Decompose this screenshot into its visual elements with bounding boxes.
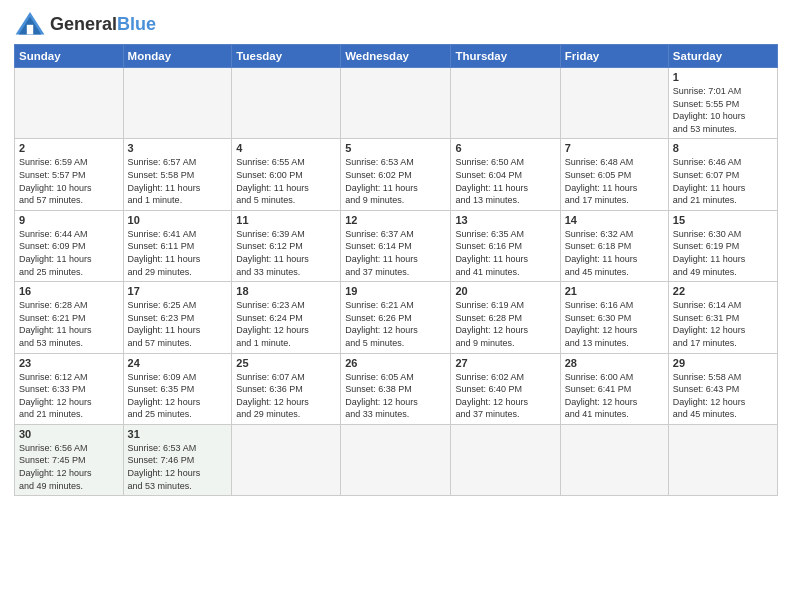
header: GeneralBlue [14, 10, 778, 38]
day-number: 2 [19, 142, 119, 154]
calendar-week-1: 1Sunrise: 7:01 AM Sunset: 5:55 PM Daylig… [15, 68, 778, 139]
day-info: Sunrise: 6:46 AM Sunset: 6:07 PM Dayligh… [673, 156, 773, 206]
day-info: Sunrise: 6:53 AM Sunset: 7:46 PM Dayligh… [128, 442, 228, 492]
calendar-cell: 3Sunrise: 6:57 AM Sunset: 5:58 PM Daylig… [123, 139, 232, 210]
calendar-cell: 28Sunrise: 6:00 AM Sunset: 6:41 PM Dayli… [560, 353, 668, 424]
calendar-cell: 19Sunrise: 6:21 AM Sunset: 6:26 PM Dayli… [341, 282, 451, 353]
day-number: 18 [236, 285, 336, 297]
logo-icon [14, 10, 46, 38]
day-number: 17 [128, 285, 228, 297]
calendar-cell: 1Sunrise: 7:01 AM Sunset: 5:55 PM Daylig… [668, 68, 777, 139]
day-info: Sunrise: 6:05 AM Sunset: 6:38 PM Dayligh… [345, 371, 446, 421]
day-info: Sunrise: 6:48 AM Sunset: 6:05 PM Dayligh… [565, 156, 664, 206]
calendar-header-wednesday: Wednesday [341, 45, 451, 68]
calendar-cell: 17Sunrise: 6:25 AM Sunset: 6:23 PM Dayli… [123, 282, 232, 353]
calendar: SundayMondayTuesdayWednesdayThursdayFrid… [14, 44, 778, 496]
logo-blue: Blue [117, 14, 156, 34]
calendar-cell: 26Sunrise: 6:05 AM Sunset: 6:38 PM Dayli… [341, 353, 451, 424]
calendar-cell: 29Sunrise: 5:58 AM Sunset: 6:43 PM Dayli… [668, 353, 777, 424]
day-info: Sunrise: 6:14 AM Sunset: 6:31 PM Dayligh… [673, 299, 773, 349]
calendar-header-row: SundayMondayTuesdayWednesdayThursdayFrid… [15, 45, 778, 68]
day-number: 11 [236, 214, 336, 226]
calendar-cell: 5Sunrise: 6:53 AM Sunset: 6:02 PM Daylig… [341, 139, 451, 210]
calendar-header-monday: Monday [123, 45, 232, 68]
day-number: 4 [236, 142, 336, 154]
calendar-cell: 20Sunrise: 6:19 AM Sunset: 6:28 PM Dayli… [451, 282, 560, 353]
calendar-week-4: 16Sunrise: 6:28 AM Sunset: 6:21 PM Dayli… [15, 282, 778, 353]
day-number: 9 [19, 214, 119, 226]
calendar-cell: 2Sunrise: 6:59 AM Sunset: 5:57 PM Daylig… [15, 139, 124, 210]
calendar-header-friday: Friday [560, 45, 668, 68]
day-info: Sunrise: 7:01 AM Sunset: 5:55 PM Dayligh… [673, 85, 773, 135]
calendar-cell: 15Sunrise: 6:30 AM Sunset: 6:19 PM Dayli… [668, 210, 777, 281]
calendar-header-saturday: Saturday [668, 45, 777, 68]
calendar-header-sunday: Sunday [15, 45, 124, 68]
calendar-cell: 8Sunrise: 6:46 AM Sunset: 6:07 PM Daylig… [668, 139, 777, 210]
calendar-week-5: 23Sunrise: 6:12 AM Sunset: 6:33 PM Dayli… [15, 353, 778, 424]
calendar-cell: 24Sunrise: 6:09 AM Sunset: 6:35 PM Dayli… [123, 353, 232, 424]
calendar-week-2: 2Sunrise: 6:59 AM Sunset: 5:57 PM Daylig… [15, 139, 778, 210]
day-info: Sunrise: 6:00 AM Sunset: 6:41 PM Dayligh… [565, 371, 664, 421]
calendar-cell: 31Sunrise: 6:53 AM Sunset: 7:46 PM Dayli… [123, 424, 232, 495]
calendar-week-3: 9Sunrise: 6:44 AM Sunset: 6:09 PM Daylig… [15, 210, 778, 281]
day-number: 27 [455, 357, 555, 369]
calendar-cell: 7Sunrise: 6:48 AM Sunset: 6:05 PM Daylig… [560, 139, 668, 210]
day-info: Sunrise: 6:59 AM Sunset: 5:57 PM Dayligh… [19, 156, 119, 206]
day-info: Sunrise: 6:09 AM Sunset: 6:35 PM Dayligh… [128, 371, 228, 421]
day-number: 6 [455, 142, 555, 154]
calendar-cell [668, 424, 777, 495]
calendar-cell: 12Sunrise: 6:37 AM Sunset: 6:14 PM Dayli… [341, 210, 451, 281]
calendar-cell [232, 424, 341, 495]
day-info: Sunrise: 6:25 AM Sunset: 6:23 PM Dayligh… [128, 299, 228, 349]
calendar-cell: 25Sunrise: 6:07 AM Sunset: 6:36 PM Dayli… [232, 353, 341, 424]
calendar-cell: 14Sunrise: 6:32 AM Sunset: 6:18 PM Dayli… [560, 210, 668, 281]
calendar-header-tuesday: Tuesday [232, 45, 341, 68]
calendar-cell: 18Sunrise: 6:23 AM Sunset: 6:24 PM Dayli… [232, 282, 341, 353]
day-info: Sunrise: 5:58 AM Sunset: 6:43 PM Dayligh… [673, 371, 773, 421]
day-info: Sunrise: 6:35 AM Sunset: 6:16 PM Dayligh… [455, 228, 555, 278]
day-info: Sunrise: 6:53 AM Sunset: 6:02 PM Dayligh… [345, 156, 446, 206]
day-number: 7 [565, 142, 664, 154]
day-number: 3 [128, 142, 228, 154]
day-number: 22 [673, 285, 773, 297]
calendar-cell: 10Sunrise: 6:41 AM Sunset: 6:11 PM Dayli… [123, 210, 232, 281]
day-number: 5 [345, 142, 446, 154]
calendar-cell: 23Sunrise: 6:12 AM Sunset: 6:33 PM Dayli… [15, 353, 124, 424]
day-info: Sunrise: 6:50 AM Sunset: 6:04 PM Dayligh… [455, 156, 555, 206]
day-info: Sunrise: 6:30 AM Sunset: 6:19 PM Dayligh… [673, 228, 773, 278]
calendar-cell: 22Sunrise: 6:14 AM Sunset: 6:31 PM Dayli… [668, 282, 777, 353]
day-info: Sunrise: 6:12 AM Sunset: 6:33 PM Dayligh… [19, 371, 119, 421]
day-number: 10 [128, 214, 228, 226]
calendar-cell [560, 68, 668, 139]
day-number: 29 [673, 357, 773, 369]
calendar-cell [341, 68, 451, 139]
day-number: 8 [673, 142, 773, 154]
day-number: 24 [128, 357, 228, 369]
day-number: 13 [455, 214, 555, 226]
day-info: Sunrise: 6:07 AM Sunset: 6:36 PM Dayligh… [236, 371, 336, 421]
day-number: 23 [19, 357, 119, 369]
calendar-cell: 16Sunrise: 6:28 AM Sunset: 6:21 PM Dayli… [15, 282, 124, 353]
day-number: 1 [673, 71, 773, 83]
day-info: Sunrise: 6:02 AM Sunset: 6:40 PM Dayligh… [455, 371, 555, 421]
day-info: Sunrise: 6:44 AM Sunset: 6:09 PM Dayligh… [19, 228, 119, 278]
day-info: Sunrise: 6:28 AM Sunset: 6:21 PM Dayligh… [19, 299, 119, 349]
day-number: 20 [455, 285, 555, 297]
logo: GeneralBlue [14, 10, 156, 38]
day-info: Sunrise: 6:19 AM Sunset: 6:28 PM Dayligh… [455, 299, 555, 349]
calendar-cell [341, 424, 451, 495]
calendar-cell: 13Sunrise: 6:35 AM Sunset: 6:16 PM Dayli… [451, 210, 560, 281]
day-number: 14 [565, 214, 664, 226]
day-number: 16 [19, 285, 119, 297]
svg-rect-2 [27, 25, 33, 35]
day-info: Sunrise: 6:37 AM Sunset: 6:14 PM Dayligh… [345, 228, 446, 278]
calendar-cell [451, 68, 560, 139]
calendar-cell: 4Sunrise: 6:55 AM Sunset: 6:00 PM Daylig… [232, 139, 341, 210]
calendar-cell [232, 68, 341, 139]
day-number: 19 [345, 285, 446, 297]
day-number: 25 [236, 357, 336, 369]
day-number: 30 [19, 428, 119, 440]
calendar-cell [560, 424, 668, 495]
day-info: Sunrise: 6:55 AM Sunset: 6:00 PM Dayligh… [236, 156, 336, 206]
day-number: 21 [565, 285, 664, 297]
